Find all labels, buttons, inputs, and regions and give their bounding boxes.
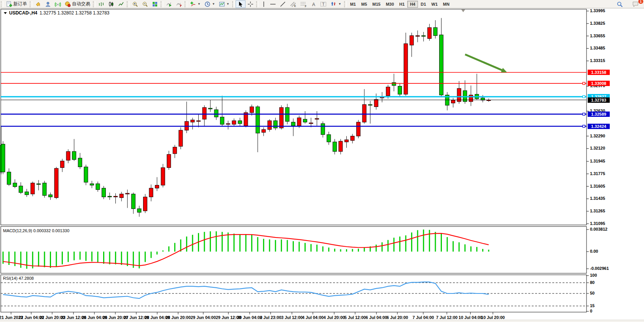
toolbar-grip[interactable] (93, 1, 96, 7)
toolbar-grip[interactable] (344, 1, 347, 7)
chart-shift-marker[interactable] (461, 10, 465, 12)
time-axis-label: 6 Jul 20:00 (387, 315, 408, 320)
horizontal-line-icon (270, 1, 276, 7)
cursor-tool-button[interactable] (236, 0, 245, 8)
candle (392, 83, 396, 86)
tab-timeframe-H1[interactable]: H1 (397, 1, 407, 8)
indicators-button[interactable]: ▼ (188, 0, 202, 8)
fibonacci-tool-button[interactable]: F (298, 0, 309, 8)
chart-ohlc-label: 1.32775 1.32802 1.32758 1.32783 (40, 10, 110, 16)
chart-window[interactable]: USDCAD-,H4 1.32775 1.32802 1.32758 1.327… (0, 8, 644, 322)
zoom-out-button[interactable] (140, 0, 150, 8)
cursor-icon (238, 1, 244, 7)
chart-shift-button[interactable] (174, 0, 184, 8)
vertical-line-tool-button[interactable] (260, 0, 268, 8)
equidistant-channel-icon: E (290, 1, 296, 7)
tab-timeframe-M30[interactable]: M30 (383, 1, 397, 8)
signal-button[interactable] (53, 0, 63, 8)
candle (143, 197, 147, 211)
toolbar-grip[interactable] (30, 1, 32, 7)
time-axis-label: 4 Jul 20:00 (324, 315, 345, 320)
price-axis-tick-label: 1.32120 (590, 146, 605, 150)
time-axis-label: 28 Jun 20:00 (166, 315, 191, 320)
toolbar-grip[interactable] (127, 1, 129, 7)
toolbar-grip[interactable] (1, 1, 3, 7)
candle (25, 192, 29, 195)
chart-canvas[interactable] (0, 8, 644, 322)
macd-axis-tick-label: -0.002961 (590, 266, 609, 271)
candle (179, 130, 183, 146)
profile-button[interactable] (43, 0, 53, 8)
candle (374, 99, 378, 107)
toolbar-grip[interactable] (185, 1, 187, 7)
line-handle[interactable] (583, 113, 585, 115)
channel-tool-button[interactable]: E (288, 0, 298, 8)
tab-timeframe-W1[interactable]: W1 (429, 1, 440, 8)
paint-bucket-button[interactable] (33, 0, 43, 8)
tab-timeframe-M15[interactable]: M15 (370, 1, 383, 8)
macd-series (3, 230, 489, 269)
time-axis-label: 10 Jul 04:00 (459, 315, 482, 320)
toolbar-grip[interactable] (232, 1, 235, 7)
templates-button[interactable]: ▼ (217, 0, 231, 8)
notification-badge: 1 (638, 0, 643, 4)
price-axis-tick-label: 1.31095 (590, 221, 605, 226)
line-handle[interactable] (583, 125, 585, 128)
notifications-button[interactable]: 1 (630, 0, 641, 8)
candle-chart-mode-button[interactable] (106, 0, 116, 8)
text-tool-button[interactable]: A (309, 0, 318, 8)
trendline-tool-button[interactable] (278, 0, 288, 8)
price-axis-tick-label: 1.31265 (590, 209, 605, 213)
crosshair-tool-button[interactable] (245, 0, 255, 8)
time-axis-label: 30 Jun 04:00 (237, 315, 262, 320)
trend-arrow-annotation[interactable] (465, 54, 504, 71)
zoom-in-icon (132, 1, 138, 7)
price-axis-tick-label: 1.33485 (590, 46, 605, 50)
price-line-badge: 1.33008 (588, 81, 610, 86)
candle (321, 124, 325, 135)
rsi-axis-tick-label: 0 (590, 309, 592, 313)
price-axis-tick-label: 1.31605 (590, 184, 605, 188)
tile-windows-button[interactable] (150, 0, 160, 8)
autotrade-button[interactable]: 自动交易 (63, 0, 92, 8)
candle (469, 95, 473, 102)
line-handle[interactable] (583, 82, 585, 84)
time-axis-label: 6 Jul 04:00 (366, 315, 387, 320)
candle (434, 27, 437, 35)
svg-text:A: A (312, 2, 315, 7)
crosshair-icon (247, 1, 253, 7)
zoom-in-button[interactable] (130, 0, 140, 8)
rsi-axis-tick-label: 100 (590, 273, 597, 277)
new-order-button[interactable]: 新订单 (4, 0, 29, 8)
tab-timeframe-D1[interactable]: D1 (418, 1, 429, 8)
candle (457, 88, 461, 102)
new-order-label: 新订单 (13, 1, 27, 7)
candle (327, 135, 331, 142)
toolbar-grip[interactable] (161, 1, 163, 7)
tab-timeframe-M5[interactable]: M5 (359, 1, 370, 8)
price-line-badge: 1.32589 (588, 112, 610, 117)
tab-timeframe-M1[interactable]: M1 (348, 1, 359, 8)
line-handle[interactable] (583, 96, 585, 98)
main-toolbar: 新订单 自动交易 ▼ ▼ ▼ E F (0, 0, 644, 8)
line-chart-mode-button[interactable] (116, 0, 126, 8)
candle (232, 121, 236, 124)
tab-timeframe-H4[interactable]: H4 (407, 1, 418, 8)
candle (422, 36, 426, 37)
text-label-tool-button[interactable]: T (318, 0, 329, 8)
rsi-indicator-label: RSI(14) 47.2808 (3, 276, 34, 281)
bar-chart-mode-button[interactable] (96, 0, 106, 8)
candle (126, 193, 129, 194)
dropdown-arrow-icon: ▼ (226, 2, 230, 6)
profile-icon (45, 1, 51, 7)
arrows-tool-button[interactable]: ▼ (329, 0, 343, 8)
search-button[interactable] (615, 0, 625, 8)
tab-timeframe-MN[interactable]: MN (440, 1, 452, 8)
horizontal-line-tool-button[interactable] (268, 0, 278, 8)
chart-menu-icon[interactable] (4, 12, 7, 14)
toolbar-grip[interactable] (256, 1, 259, 7)
svg-text:T: T (322, 2, 324, 6)
auto-scroll-button[interactable] (164, 0, 174, 8)
candle (357, 122, 360, 136)
periods-button[interactable]: ▼ (202, 0, 217, 8)
